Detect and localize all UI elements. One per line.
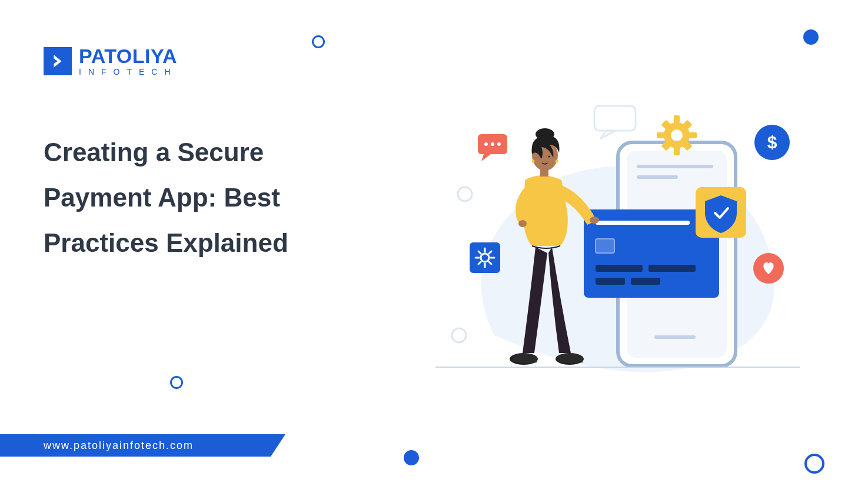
svg-point-42	[497, 142, 501, 146]
brand-subline: INFOTECH	[79, 67, 178, 76]
svg-point-0	[458, 187, 472, 201]
logo-mark	[44, 47, 72, 75]
svg-point-40	[484, 142, 488, 146]
svg-point-50	[540, 155, 541, 157]
cog-icon	[470, 242, 500, 273]
hero-illustration: $	[424, 88, 824, 394]
heart-icon	[753, 253, 784, 284]
svg-rect-12	[657, 132, 665, 138]
svg-point-41	[491, 142, 494, 146]
dollar-icon: $	[754, 125, 790, 160]
svg-rect-29	[470, 242, 500, 273]
chat-dots-icon	[478, 134, 507, 161]
shield-icon	[696, 187, 746, 238]
svg-rect-8	[654, 335, 696, 339]
svg-point-53	[556, 160, 558, 163]
svg-rect-19	[596, 221, 690, 225]
svg-rect-6	[637, 165, 713, 168]
decorative-dot	[404, 450, 419, 465]
brand-logo: PATOLIYA INFOTECH	[44, 46, 178, 76]
svg-text:$: $	[767, 132, 777, 152]
svg-point-46	[518, 220, 527, 227]
chevron-right-icon	[50, 54, 65, 69]
decorative-dot	[803, 29, 819, 45]
svg-point-49	[536, 128, 554, 140]
svg-rect-10	[674, 115, 680, 124]
svg-point-1	[452, 328, 466, 342]
svg-rect-21	[596, 265, 643, 272]
svg-rect-7	[637, 175, 678, 179]
svg-point-51	[548, 155, 550, 157]
svg-point-45	[590, 217, 599, 224]
svg-point-9	[667, 126, 686, 145]
footer-url-ribbon: www.patoliyainfotech.com	[0, 434, 285, 457]
svg-rect-22	[648, 265, 696, 272]
svg-rect-24	[631, 278, 660, 285]
footer-url: www.patoliyainfotech.com	[44, 440, 194, 452]
page-headline: Creating a Secure Payment App: Best Prac…	[44, 129, 367, 265]
svg-point-52	[532, 160, 535, 163]
logo-text: PATOLIYA INFOTECH	[79, 46, 178, 76]
decorative-ring	[312, 35, 325, 48]
decorative-ring	[170, 376, 183, 389]
svg-rect-3	[594, 106, 636, 131]
brand-name: PATOLIYA	[79, 46, 178, 66]
decorative-ring	[804, 454, 824, 474]
svg-rect-11	[674, 147, 680, 155]
svg-rect-23	[596, 278, 625, 285]
svg-rect-20	[596, 239, 614, 253]
svg-rect-13	[689, 132, 697, 138]
